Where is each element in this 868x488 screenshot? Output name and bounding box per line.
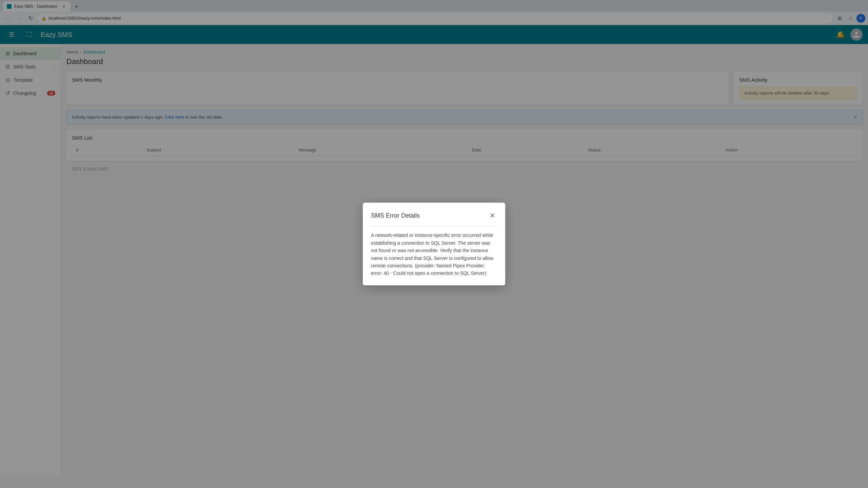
modal-divider xyxy=(371,226,497,226)
modal-header: SMS Error Details ✕ xyxy=(371,211,497,220)
modal-body: A network-related or instance-specific e… xyxy=(371,231,497,277)
error-modal: SMS Error Details ✕ A network-related or… xyxy=(363,203,505,285)
modal-overlay[interactable]: SMS Error Details ✕ A network-related or… xyxy=(0,0,868,476)
modal-title: SMS Error Details xyxy=(371,212,420,219)
modal-close-button[interactable]: ✕ xyxy=(488,211,497,220)
